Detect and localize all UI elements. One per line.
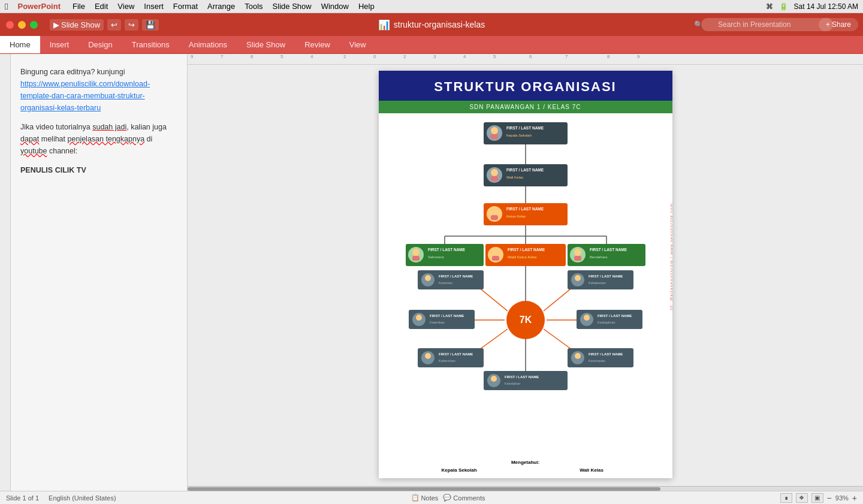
status-bar: Slide 1 of 1 English (United States) 📋 N… bbox=[0, 491, 863, 504]
file-title: 📊 struktur-organisasi-kelas bbox=[378, 19, 485, 31]
svg-text:Sekretaris: Sekretaris bbox=[428, 255, 444, 259]
share-button[interactable]: + Share bbox=[819, 18, 858, 31]
menu-file[interactable]: File bbox=[73, 2, 85, 11]
tab-view[interactable]: View bbox=[340, 36, 376, 53]
zoom-level: 93% bbox=[835, 494, 849, 502]
menu-arrange[interactable]: Arrange bbox=[207, 2, 235, 11]
svg-point-23 bbox=[491, 169, 498, 176]
app-name: PowerPoint bbox=[17, 2, 61, 11]
menu-format[interactable]: Format bbox=[173, 2, 198, 11]
svg-point-35 bbox=[412, 249, 420, 256]
svg-text:FIRST / LAST NAME: FIRST / LAST NAME bbox=[505, 375, 539, 379]
org-chart: FIRST / LAST NAME Kepala Sekolah FIRST /… bbox=[379, 113, 672, 457]
tab-transitions[interactable]: Transitions bbox=[122, 36, 179, 53]
window-controls bbox=[6, 21, 38, 29]
svg-text:FIRST / LAST NAME: FIRST / LAST NAME bbox=[439, 352, 473, 356]
slideshow-toolbar-btn[interactable]: ▶ Slide Show bbox=[50, 19, 104, 31]
svg-text:Keindahan: Keindahan bbox=[505, 382, 520, 385]
svg-text:FIRST / LAST NAME: FIRST / LAST NAME bbox=[508, 248, 545, 252]
sidebar-text-1: Bingung cara editnya? kunjungi https://w… bbox=[20, 66, 177, 114]
notes-icon: 📋 bbox=[411, 494, 420, 502]
normal-view-btn[interactable]: ∎ bbox=[780, 493, 792, 503]
svg-text:Kebakwaan: Kebakwaan bbox=[589, 281, 606, 285]
svg-text:7K: 7K bbox=[519, 315, 532, 325]
status-left: Slide 1 of 1 English (United States) bbox=[6, 494, 116, 502]
sidebar-text-3: PENULIS CILIK TV bbox=[20, 164, 177, 176]
menu-help[interactable]: Help bbox=[358, 2, 375, 11]
tab-slideshow[interactable]: Slide Show bbox=[237, 36, 295, 53]
close-button[interactable] bbox=[6, 21, 14, 29]
clock: Sat 14 Jul 12:50 AM bbox=[794, 2, 858, 11]
menu-tools[interactable]: Tools bbox=[245, 2, 262, 11]
slide-area[interactable]: STRUKTUR ORGANISASI SDN PANAWANGAN 1 / K… bbox=[188, 65, 863, 486]
grid-view-btn[interactable]: ❖ bbox=[796, 493, 808, 503]
svg-point-75 bbox=[425, 353, 431, 359]
tab-review[interactable]: Review bbox=[295, 36, 340, 53]
ribbon: Home Insert Design Transitions Animation… bbox=[0, 36, 863, 54]
status-right: ∎ ❖ ▣ − 93% + bbox=[780, 493, 857, 503]
notes-button[interactable]: 📋 Notes bbox=[411, 494, 439, 502]
apple-menu-icon[interactable]:  bbox=[5, 1, 8, 11]
menu-insert[interactable]: Insert bbox=[144, 2, 164, 11]
menu-slideshow[interactable]: Slide Show bbox=[273, 2, 312, 11]
sig-left: Kepala Sekolah Nama Kepala Sekolah Nip: bbox=[434, 467, 484, 478]
sig-left-title: Kepala Sekolah bbox=[434, 467, 484, 473]
sig-know: Mengetahui: bbox=[393, 460, 658, 465]
redo-button[interactable]: ↪ bbox=[125, 19, 138, 31]
menu-edit[interactable]: Edit bbox=[95, 2, 108, 11]
svg-rect-30 bbox=[491, 215, 498, 220]
svg-point-65 bbox=[416, 315, 422, 321]
search-input[interactable] bbox=[701, 18, 833, 31]
svg-text:FIRST / LAST NAME: FIRST / LAST NAME bbox=[589, 274, 623, 278]
tab-insert[interactable]: Insert bbox=[40, 36, 79, 53]
maximize-button[interactable] bbox=[30, 21, 38, 29]
svg-text:FIRST / LAST NAME: FIRST / LAST NAME bbox=[506, 126, 544, 130]
battery-icon: 🔋 bbox=[779, 2, 788, 11]
menubar-right: ⌘ 🔋 Sat 14 Jul 12:50 AM bbox=[766, 2, 858, 11]
comments-button[interactable]: 💬 Comments bbox=[443, 494, 485, 502]
svg-text:FIRST / LAST NAME: FIRST / LAST NAME bbox=[590, 248, 627, 252]
comments-icon: 💬 bbox=[443, 494, 451, 502]
scrollbar-thumb[interactable] bbox=[188, 487, 660, 491]
slide-subheader: SDN PANAWANGAN 1 / KELAS 7C bbox=[379, 101, 672, 113]
svg-point-55 bbox=[425, 275, 431, 281]
sidebar-text-2: Jika video tutorialnya sudah jadi, kalia… bbox=[20, 121, 177, 157]
svg-text:FIRST / LAST NAME: FIRST / LAST NAME bbox=[428, 248, 466, 252]
slide-title: STRUKTUR ORGANISASI bbox=[384, 79, 668, 95]
zoom-plus-btn[interactable]: + bbox=[852, 493, 857, 503]
tab-animations[interactable]: Animations bbox=[179, 36, 237, 53]
svg-rect-48 bbox=[574, 256, 581, 261]
menu-view[interactable]: View bbox=[117, 2, 134, 11]
svg-rect-42 bbox=[492, 256, 499, 261]
svg-text:FIRST / LAST NAME: FIRST / LAST NAME bbox=[506, 207, 544, 211]
tab-home[interactable]: Home bbox=[0, 36, 40, 53]
slide-count: Slide 1 of 1 bbox=[6, 494, 39, 502]
minimize-button[interactable] bbox=[18, 21, 26, 29]
sig-right: Wali Kelas Nama Kepala Sekolah Nip: bbox=[566, 467, 616, 478]
left-ruler bbox=[0, 54, 11, 491]
slideshow-icon: ▶ bbox=[53, 20, 59, 29]
sig-right-title: Wali Kelas bbox=[566, 467, 616, 473]
slide-scrollbar[interactable] bbox=[188, 486, 863, 491]
sidebar-notes: Bingung cara editnya? kunjungi https://w… bbox=[11, 54, 188, 491]
svg-point-70 bbox=[584, 315, 590, 321]
tab-design[interactable]: Design bbox=[79, 36, 122, 53]
save-button[interactable]: 💾 bbox=[142, 19, 159, 31]
undo-button[interactable]: ↩ bbox=[107, 19, 121, 31]
menu-window[interactable]: Window bbox=[321, 2, 349, 11]
svg-text:Kesenian: Kesenian bbox=[439, 281, 452, 285]
zoom-minus-btn[interactable]: − bbox=[827, 493, 832, 503]
language-indicator: English (United States) bbox=[49, 494, 116, 502]
svg-point-60 bbox=[575, 275, 581, 281]
svg-text:Ketertiban: Ketertiban bbox=[430, 321, 445, 324]
svg-point-17 bbox=[491, 127, 498, 134]
sidebar-link[interactable]: https://www.penuliscilik.com/download-te… bbox=[20, 80, 150, 112]
title-bar: ▶ Slide Show ↩ ↪ 💾 📊 struktur-organisasi… bbox=[0, 13, 863, 36]
svg-text:Kerohanian: Kerohanian bbox=[589, 359, 605, 363]
main-area: Bingung cara editnya? kunjungi https://w… bbox=[0, 54, 863, 491]
svg-text:Wali Kelas: Wali Kelas bbox=[506, 176, 523, 179]
svg-text:FIRST / LAST NAME: FIRST / LAST NAME bbox=[589, 352, 623, 356]
toolbar-icons: ▶ Slide Show ↩ ↪ 💾 bbox=[50, 19, 159, 31]
reading-view-btn[interactable]: ▣ bbox=[811, 493, 823, 503]
menu-items: File Edit View Insert Format Arrange Too… bbox=[73, 2, 766, 11]
